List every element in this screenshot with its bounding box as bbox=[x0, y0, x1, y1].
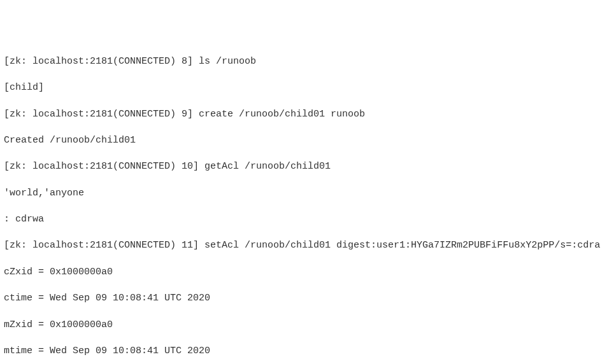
terminal-line: mtime = Wed Sep 09 10:08:41 UTC 2020 bbox=[4, 345, 612, 358]
terminal-line: : cdrwa bbox=[4, 213, 612, 227]
terminal-line: [zk: localhost:2181(CONNECTED) 8] ls /ru… bbox=[4, 55, 612, 69]
terminal-line: mZxid = 0x1000000a0 bbox=[4, 319, 612, 332]
terminal-line: [zk: localhost:2181(CONNECTED) 11] setAc… bbox=[4, 239, 612, 253]
terminal-line: ctime = Wed Sep 09 10:08:41 UTC 2020 bbox=[4, 292, 612, 305]
terminal-line: 'world,'anyone bbox=[4, 187, 612, 200]
terminal-line: [child] bbox=[4, 81, 612, 95]
terminal-line: Created /runoob/child01 bbox=[4, 134, 612, 148]
terminal-line: [zk: localhost:2181(CONNECTED) 10] getAc… bbox=[4, 160, 612, 174]
terminal-line: [zk: localhost:2181(CONNECTED) 9] create… bbox=[4, 108, 612, 122]
terminal-line: cZxid = 0x1000000a0 bbox=[4, 266, 612, 279]
